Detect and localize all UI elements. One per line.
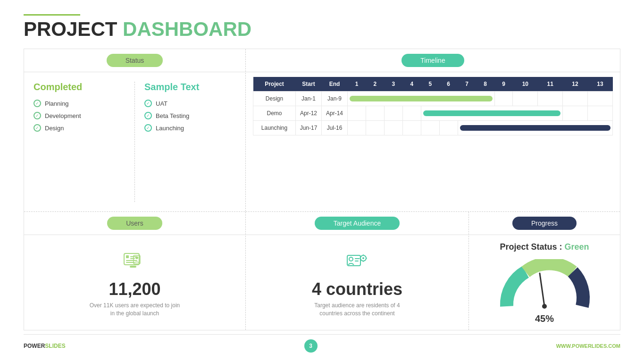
status-header: Status — [24, 49, 245, 72]
gantt-row-demo: Demo Apr-12 Apr-14 — [253, 106, 613, 121]
users-content: 11,200 Over 11K users are expected to jo… — [24, 235, 245, 330]
users-pill: Users — [107, 217, 162, 230]
gantt-project-name: Launching — [253, 121, 296, 135]
col-6: 6 — [439, 77, 458, 92]
col-12: 12 — [563, 77, 588, 92]
users-description: Over 11K users are expected to join in t… — [88, 302, 182, 318]
gantt-row-design: Design Jan-1 Jan-9 — [253, 92, 613, 106]
gauge-percent: 45% — [535, 313, 554, 324]
gantt-empty — [439, 121, 458, 135]
gantt-empty — [494, 92, 513, 106]
users-number: 11,200 — [109, 279, 160, 299]
header-decoration — [24, 14, 80, 16]
svg-rect-2 — [126, 260, 137, 261]
header: PROJECT DASHBOARD — [24, 14, 620, 39]
gantt-empty — [421, 121, 439, 135]
gantt-empty — [587, 92, 612, 106]
check-icon: ✓ — [33, 112, 41, 119]
project-status-label: Project Status : — [500, 242, 562, 252]
svg-point-8 — [135, 256, 138, 259]
status-item-uat: ✓ UAT — [144, 100, 236, 107]
svg-rect-5 — [130, 258, 135, 259]
progress-pill: Progress — [512, 217, 577, 230]
svg-point-10 — [349, 257, 353, 261]
gantt-start: Apr-12 — [296, 106, 322, 121]
svg-rect-12 — [355, 261, 359, 261]
check-icon: ✓ — [33, 124, 41, 132]
check-icon: ✓ — [144, 112, 152, 119]
check-icon: ✓ — [144, 100, 152, 107]
svg-rect-11 — [355, 258, 360, 259]
status-item-label: Design — [45, 125, 64, 132]
completed-title: Completed — [33, 82, 125, 93]
gantt-empty — [402, 106, 421, 121]
col-11: 11 — [538, 77, 563, 92]
svg-point-14 — [362, 257, 364, 259]
status-item-launching: ✓ Launching — [144, 124, 236, 132]
svg-line-15 — [540, 273, 544, 306]
status-item-label: UAT — [156, 100, 167, 107]
gantt-empty — [366, 106, 384, 121]
status-item-development: ✓ Development — [33, 112, 125, 119]
col-10: 10 — [513, 77, 538, 92]
status-item-label: Planning — [45, 100, 69, 107]
gauge-svg — [497, 259, 592, 311]
status-item-planning: ✓ Planning — [33, 100, 125, 107]
gantt-empty — [366, 121, 384, 135]
audience-pill: Target Audience — [315, 217, 400, 230]
footer-website: WWW.POWERLIDES.COM — [556, 343, 620, 349]
status-item-label: Beta Testing — [156, 112, 189, 119]
check-icon: ✓ — [144, 124, 152, 132]
gantt-empty — [384, 121, 402, 135]
gantt-row-launching: Launching Jun-17 Jul-16 — [253, 121, 613, 135]
gantt-project-name: Demo — [253, 106, 296, 121]
col-3: 3 — [384, 77, 402, 92]
title-black: PROJECT — [24, 18, 123, 40]
gantt-end: Apr-14 — [322, 106, 348, 121]
status-right: Sample Text ✓ UAT ✓ Beta Testing ✓ Launc… — [135, 82, 236, 202]
col-end: End — [322, 77, 348, 92]
gantt-empty — [587, 106, 612, 121]
progress-content: Project Status : Green — [469, 235, 620, 331]
gantt-empty — [348, 106, 366, 121]
audience-content: 4 countries Target audience are resident… — [246, 235, 468, 330]
col-4: 4 — [402, 77, 421, 92]
footer-brand: POWERSLIDES — [24, 343, 66, 349]
col-9: 9 — [494, 77, 513, 92]
sample-text-title: Sample Text — [144, 82, 236, 93]
footer: POWERSLIDES 3 WWW.POWERLIDES.COM — [24, 334, 620, 353]
progress-header: Progress — [469, 212, 620, 235]
gantt-bar-cell-demo — [421, 106, 562, 121]
gantt-empty — [348, 121, 366, 135]
col-start: Start — [296, 77, 322, 92]
timeline-header: Timeline — [246, 49, 620, 72]
page-wrapper: PROJECT DASHBOARD Status Completed ✓ Pla… — [0, 0, 644, 362]
users-header: Users — [24, 212, 245, 235]
status-pill: Status — [107, 54, 163, 67]
status-left: Completed ✓ Planning ✓ Development ✓ Des… — [33, 82, 135, 202]
audience-section: Target Audience — [246, 212, 469, 330]
main-content: Status Completed ✓ Planning ✓ Developmen… — [24, 49, 620, 330]
brand-green: SLIDES — [45, 343, 65, 349]
gantt-end: Jan-9 — [322, 92, 348, 106]
status-content: Completed ✓ Planning ✓ Development ✓ Des… — [24, 72, 245, 211]
gantt-empty — [563, 92, 588, 106]
gantt-empty — [538, 92, 563, 106]
gantt-bar-cell-launching — [458, 121, 612, 135]
col-8: 8 — [476, 77, 494, 92]
page-number: 3 — [304, 339, 318, 353]
gauge-chart — [497, 259, 592, 311]
svg-rect-1 — [126, 255, 129, 258]
col-5: 5 — [421, 77, 439, 92]
col-1: 1 — [348, 77, 366, 92]
gantt-start: Jan-1 — [296, 92, 322, 106]
timeline-content: Project Start End 1 2 3 4 5 6 7 8 — [246, 72, 620, 211]
bottom-row: Users — [24, 212, 620, 330]
brand-black: POWER — [24, 343, 45, 349]
status-item-beta: ✓ Beta Testing — [144, 112, 236, 119]
gantt-empty — [513, 92, 538, 106]
project-status-value: Green — [565, 242, 589, 252]
gantt-empty — [384, 106, 402, 121]
col-2: 2 — [366, 77, 384, 92]
page-title: PROJECT DASHBOARD — [24, 19, 620, 39]
